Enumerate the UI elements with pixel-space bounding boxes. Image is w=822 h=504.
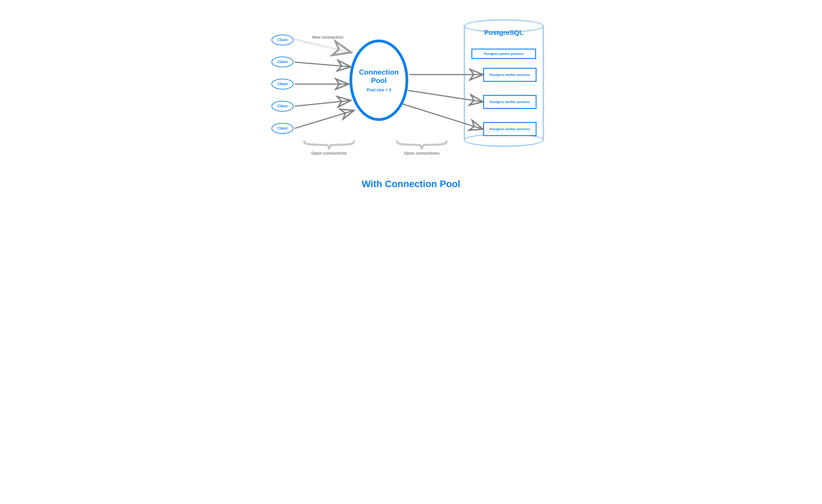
arrow-client5-pool	[295, 111, 353, 128]
brace-right	[396, 140, 448, 150]
diagram-canvas: Client Client Client Client Client Conne…	[247, 0, 575, 202]
arrow-client2-pool	[295, 62, 350, 67]
open-connections-left-label: Open connections	[304, 151, 354, 156]
arrow-new-connection	[295, 39, 350, 52]
new-connection-label: New connection	[312, 35, 343, 40]
arrow-client4-pool	[295, 101, 350, 106]
open-connections-right-label: Open connections	[397, 151, 447, 156]
svg-line-0	[295, 40, 348, 53]
arrow-pool-worker2	[408, 90, 482, 102]
arrow-pool-worker3	[403, 104, 482, 129]
brace-left	[303, 140, 355, 150]
arrows-layer	[247, 0, 575, 202]
diagram-caption: With Connection Pool	[247, 179, 575, 189]
